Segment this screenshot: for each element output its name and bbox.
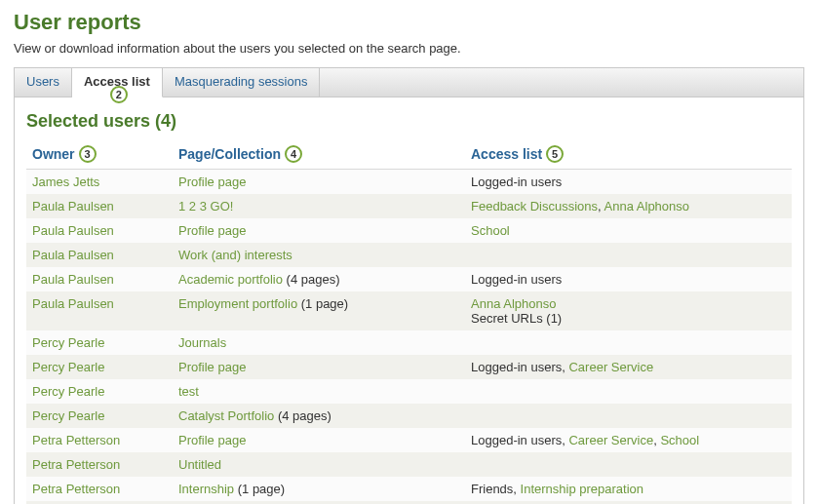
page-cell: Employment portfolio (1 page) [173, 291, 465, 330]
page-link[interactable]: 1 2 3 GO! [178, 199, 233, 213]
owner-link[interactable]: Percy Pearle [32, 335, 104, 350]
page-text: (1 page) [234, 482, 285, 496]
access-cell: School [465, 218, 792, 243]
page-link[interactable]: Internship [178, 482, 234, 496]
owner-link[interactable]: Petra Petterson [32, 482, 120, 496]
table-row: Paula PaulsenEmployment portfolio (1 pag… [26, 291, 792, 330]
annotation-ring-tab: 2 [110, 86, 128, 103]
page-cell: 1 2 3 GO! [173, 194, 465, 218]
access-text: Logged-in users [471, 360, 562, 374]
table-row: Petra PettersonProfile pageLogged-in use… [26, 428, 792, 452]
access-cell: Logged-in users, Career Service, School [465, 428, 792, 452]
access-cell [465, 404, 792, 428]
access-link[interactable]: Internship preparation [521, 482, 643, 496]
access-cell: Feedback Discussions, Anna Alphonso [465, 194, 792, 218]
page-cell: Work (and) interests [173, 243, 465, 267]
page-title: User reports [14, 10, 804, 35]
page-link[interactable]: Catalyst Portfolio [178, 408, 274, 423]
access-link[interactable]: Career Service [568, 433, 653, 447]
page-link[interactable]: Profile page [178, 433, 246, 447]
table-row: Paula Paulsen1 2 3 GO!Feedback Discussio… [26, 194, 792, 218]
access-link[interactable]: Anna Alphonso [604, 199, 689, 213]
access-cell [465, 452, 792, 477]
tab-content: Selected users (4) Owner 3 Page/Collecti… [14, 97, 804, 504]
tab-users[interactable]: Users [15, 68, 72, 97]
col-header-access[interactable]: Access list 5 [465, 141, 792, 170]
access-link[interactable]: Career Service [568, 360, 653, 374]
page-link[interactable]: Work (and) interests [178, 248, 292, 262]
owner-link[interactable]: Paula Paulsen [32, 296, 114, 311]
page-link[interactable]: Untitled [178, 457, 221, 472]
owner-link[interactable]: Paula Paulsen [32, 272, 114, 287]
page-link[interactable]: Profile page [178, 223, 246, 238]
page-cell: Internship (1 page) [173, 477, 465, 501]
access-cell: Anna AlphonsoSecret URLs (1) [465, 291, 792, 330]
page-text: (4 pages) [283, 272, 340, 287]
page-cell: Profile page [173, 170, 465, 195]
col-header-access-label: Access list [471, 146, 542, 162]
col-header-page[interactable]: Page/Collection 4 [173, 141, 465, 170]
access-list-table: Owner 3 Page/Collection 4 Access list 5 [26, 141, 792, 504]
page-cell: Journals [173, 330, 465, 355]
page-link[interactable]: Profile page [178, 360, 246, 374]
section-count: (4) [155, 111, 176, 131]
table-row: Percy PearleProfile pageLogged-in users,… [26, 355, 792, 379]
access-cell: Logged-in users, Career Service [465, 355, 792, 379]
owner-link[interactable]: Petra Petterson [32, 457, 120, 472]
page-cell: Academic portfolio (4 pages) [173, 267, 465, 291]
table-row: Petra PettersonInternship (1 page)Friend… [26, 477, 792, 501]
access-text: Logged-in users [471, 174, 562, 189]
owner-link[interactable]: Paula Paulsen [32, 199, 114, 213]
owner-link[interactable]: Percy Pearle [32, 384, 104, 399]
table-row: Petra PettersonUntitled [26, 452, 792, 477]
access-link[interactable]: School [471, 223, 510, 238]
owner-link[interactable]: Paula Paulsen [32, 223, 114, 238]
annotation-ring-page: 4 [285, 145, 302, 163]
access-cell: Logged-in users [465, 170, 792, 195]
page-cell: Untitled [173, 452, 465, 477]
owner-link[interactable]: Percy Pearle [32, 360, 104, 374]
access-text: Logged-in users [471, 433, 562, 447]
page-link[interactable]: Academic portfolio [178, 272, 283, 287]
owner-link[interactable]: Petra Petterson [32, 433, 120, 447]
access-link[interactable]: Anna Alphonso [471, 296, 556, 311]
page-cell: Catalyst Portfolio (4 pages) [173, 404, 465, 428]
table-row: Percy PearleCatalyst Portfolio (4 pages) [26, 404, 792, 428]
owner-link[interactable]: James Jetts [32, 174, 99, 189]
table-row: Percy PearleJournals [26, 330, 792, 355]
page-link[interactable]: Journals [178, 335, 226, 350]
tab-masquerading-sessions[interactable]: Masquerading sessions [163, 68, 321, 97]
tab-label: Masquerading sessions [175, 74, 308, 89]
col-header-owner[interactable]: Owner 3 [26, 141, 173, 170]
annotation-ring-access: 5 [546, 145, 564, 163]
page-cell: Profile page [173, 355, 465, 379]
owner-link[interactable]: Paula Paulsen [32, 248, 114, 262]
page-text: (1 page) [297, 296, 348, 311]
col-header-owner-label: Owner [32, 146, 75, 162]
access-link[interactable]: School [660, 433, 699, 447]
access-cell: Friends, Internship preparation [465, 477, 792, 501]
page-cell: test [173, 379, 465, 404]
table-row: James JettsProfile pageLogged-in users [26, 170, 792, 195]
access-text: Secret URLs (1) [471, 311, 562, 326]
access-text: Friends [471, 482, 513, 496]
access-cell [465, 379, 792, 404]
table-row: Paula PaulsenProfile pageSchool [26, 218, 792, 243]
access-cell [465, 243, 792, 267]
tab-access-list[interactable]: Access list2 [72, 68, 163, 97]
owner-link[interactable]: Percy Pearle [32, 408, 104, 423]
table-row: Paula PaulsenWork (and) interests [26, 243, 792, 267]
section-title-text: Selected users [26, 111, 150, 131]
page-cell: Profile page [173, 428, 465, 452]
page-link[interactable]: test [178, 384, 199, 399]
page-link[interactable]: Profile page [178, 174, 246, 189]
page-link[interactable]: Employment portfolio [178, 296, 297, 311]
page-cell: Profile page [173, 218, 465, 243]
table-row: Percy Pearletest [26, 379, 792, 404]
section-title: Selected users (4) [26, 111, 792, 132]
col-header-page-label: Page/Collection [178, 146, 281, 162]
page-description: View or download information about the u… [14, 41, 804, 56]
tab-label: Users [26, 74, 59, 89]
access-text: , [513, 482, 520, 496]
access-link[interactable]: Feedback Discussions [471, 199, 598, 213]
